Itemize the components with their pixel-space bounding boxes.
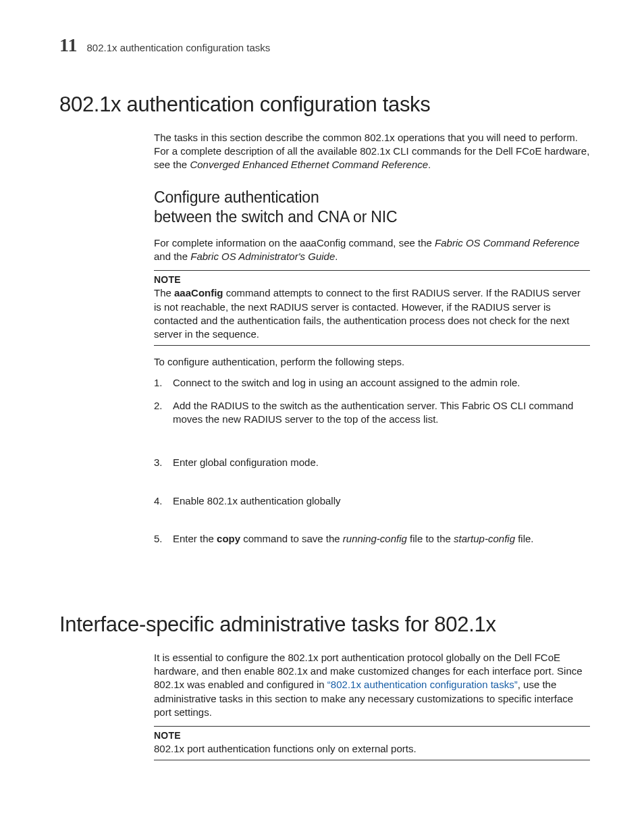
file-name: startup-config [454, 533, 515, 544]
text: For complete information on the aaaConfi… [154, 237, 435, 249]
section-heading-1: 802.1x authentication configuration task… [59, 90, 590, 119]
cross-reference-link[interactable]: “802.1x authentication configuration tas… [327, 679, 518, 690]
step-item: Enable 802.1x authentication globally [154, 494, 590, 508]
section1-body: The tasks in this section describe the c… [154, 131, 590, 546]
running-header: 11 802.1x authentication configuration t… [59, 32, 590, 58]
note-body: The aaaConfig command attempts to connec… [154, 286, 590, 341]
step-item: Connect to the switch and log in using a… [154, 376, 590, 390]
file-name: running-config [343, 533, 407, 544]
section2-body: It is essential to configure the 802.1x … [154, 651, 590, 760]
text: and the [154, 251, 190, 262]
command-name: aaaConfig [174, 287, 223, 298]
running-title: 802.1x authentication configuration task… [86, 41, 270, 55]
text: . [335, 251, 338, 262]
text: command to save the [240, 533, 343, 544]
note-block: NOTE 802.1x port authentication function… [154, 726, 590, 760]
section2-intro: It is essential to configure the 802.1x … [154, 651, 590, 719]
text: The [154, 287, 174, 298]
note-label: NOTE [154, 729, 590, 742]
section-heading-2: Interface-specific administrative tasks … [59, 610, 590, 639]
sub-title-line2: between the switch and CNA or NIC [154, 208, 397, 226]
reference-title: Fabric OS Command Reference [435, 237, 579, 249]
step-item: Enter global configuration mode. [154, 456, 590, 469]
step-text: Add the RADIUS to the switch as the auth… [173, 400, 573, 425]
subsection-heading: Configure authentication between the swi… [154, 188, 590, 227]
section1-intro: The tasks in this section describe the c… [154, 131, 590, 172]
page: 11 802.1x authentication configuration t… [0, 0, 644, 834]
text: Enter the [173, 533, 217, 544]
text: file. [515, 533, 534, 544]
reference-title: Converged Enhanced Ethernet Command Refe… [190, 159, 428, 170]
chapter-number: 11 [59, 32, 77, 58]
step-text: Connect to the switch and log in using a… [173, 377, 520, 388]
step-item: Enter the copy command to save the runni… [154, 532, 590, 546]
note-block: NOTE The aaaConfig command attempts to c… [154, 270, 590, 346]
step-item: Add the RADIUS to the switch as the auth… [154, 399, 590, 427]
text: . [428, 159, 431, 170]
step-text: Enter global configuration mode. [173, 457, 319, 468]
step-text: Enable 802.1x authentication globally [173, 495, 341, 506]
text: file to the [407, 533, 454, 544]
spacer [59, 570, 590, 610]
note-body: 802.1x port authentication functions onl… [154, 742, 590, 756]
sub-title-line1: Configure authentication [154, 188, 319, 206]
note-label: NOTE [154, 273, 590, 286]
command-name: copy [217, 533, 240, 544]
steps-lead: To configure authentication, perform the… [154, 355, 590, 369]
subsection-intro: For complete information on the aaaConfi… [154, 236, 590, 264]
reference-title: Fabric OS Administrator's Guide [190, 251, 335, 262]
steps-list: Connect to the switch and log in using a… [154, 376, 590, 546]
